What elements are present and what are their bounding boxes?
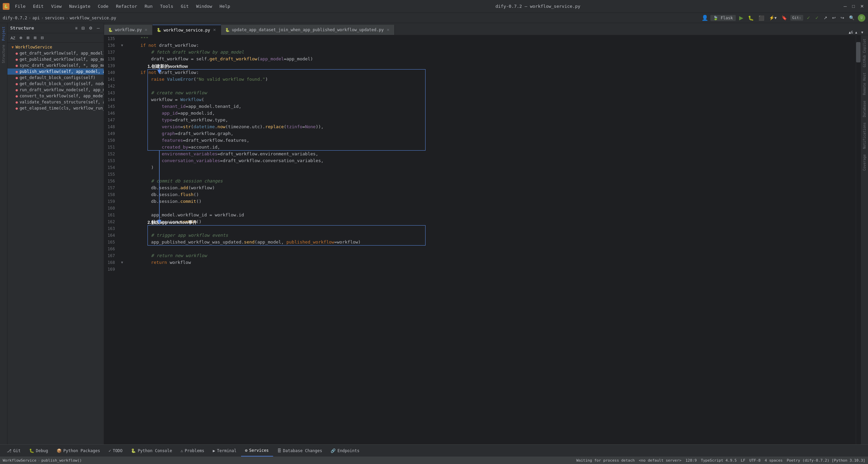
- right-icon-database[interactable]: Database: [862, 99, 867, 119]
- bottom-tab-python-console[interactable]: 🐍 Python Console: [127, 445, 176, 457]
- menu-bar[interactable]: File Edit View Navigate Code Refactor Ru…: [12, 2, 234, 10]
- menu-code[interactable]: Code: [95, 2, 112, 10]
- status-encoding[interactable]: UTF-8: [749, 458, 761, 463]
- bottom-tab-services[interactable]: ⚙ Services: [241, 445, 273, 457]
- bookmark-button[interactable]: 🔖: [780, 15, 788, 21]
- scrollbar-thumb[interactable]: [856, 42, 861, 62]
- breadcrumb-file[interactable]: workflow_service.py: [70, 16, 116, 20]
- undo-button[interactable]: ↩: [831, 15, 837, 21]
- menu-edit[interactable]: Edit: [29, 2, 47, 10]
- code-content[interactable]: 1.创建新的workflow 2.触发app workflow事件 """ if…: [127, 35, 856, 444]
- menu-refactor[interactable]: Refactor: [113, 2, 141, 10]
- menu-run[interactable]: Run: [141, 2, 156, 10]
- tab-close-0[interactable]: ✕: [144, 28, 148, 32]
- code-token: # trigger app workflow events: [130, 232, 228, 239]
- account-icon[interactable]: 👤: [702, 15, 708, 21]
- bottom-tab-todo[interactable]: ✓ TODO: [104, 445, 127, 457]
- filter-button[interactable]: ⊟: [80, 25, 86, 31]
- menu-window[interactable]: Window: [193, 2, 216, 10]
- sort-button[interactable]: ≡: [74, 25, 79, 31]
- warnings-down[interactable]: ▼: [859, 30, 865, 35]
- collapse-all-button[interactable]: ⊟: [39, 35, 45, 41]
- tree-item-8[interactable]: ● validate_features_structure(self, app_…: [7, 99, 104, 105]
- sort-az-button[interactable]: AZ: [9, 35, 17, 41]
- right-icon-coverage[interactable]: Coverage: [862, 152, 867, 173]
- tree-item-0[interactable]: ● get_draft_workflow(self, app_model): [7, 50, 104, 56]
- git-check[interactable]: ✓: [805, 15, 812, 21]
- activity-project[interactable]: Project: [1, 24, 6, 43]
- bottom-tab-git[interactable]: ⎇ Git: [3, 445, 25, 457]
- bottom-tab-db-changes[interactable]: 🗄 Database Changes: [273, 445, 327, 457]
- status-default-server[interactable]: <no default server>: [639, 458, 682, 463]
- tree-item-3[interactable]: ● publish_workflow(self, app_model, acco…: [7, 69, 104, 75]
- fold-136[interactable]: ▼: [121, 42, 127, 49]
- menu-git[interactable]: Git: [177, 2, 192, 10]
- tree-item-7[interactable]: ● convert_to_workflow(self, app_model, a…: [7, 93, 104, 99]
- run-config-label[interactable]: 🍃 Flask: [710, 15, 735, 21]
- tab-workflow-py[interactable]: 🐍 workflow.py ✕: [104, 25, 153, 35]
- show-inherited-button[interactable]: ⊕: [18, 35, 24, 41]
- fold-146: [121, 110, 127, 117]
- minimize-button[interactable]: ─: [842, 3, 848, 9]
- bottom-tab-problems[interactable]: ⚠ Problems: [176, 445, 209, 457]
- tree-root-workflow-service[interactable]: ▼ WorkflowService: [7, 44, 104, 50]
- settings-icon[interactable]: ⚙: [87, 25, 94, 31]
- tree-item-5[interactable]: ● get_default_block_config(self, node_ty…: [7, 81, 104, 87]
- status-lf[interactable]: LF: [741, 458, 745, 463]
- status-breadcrumb-method[interactable]: publish_workflow(): [41, 458, 82, 463]
- code-editor[interactable]: 135 136 137 138 139 140 141 142 143 144 …: [104, 35, 861, 444]
- search-button[interactable]: 🔍: [848, 15, 856, 21]
- status-breadcrumb-workflowservice[interactable]: WorkflowService: [3, 458, 36, 463]
- window-controls[interactable]: ─ □ ✕: [842, 3, 865, 9]
- stop-button[interactable]: ⬛: [757, 15, 766, 21]
- menu-help[interactable]: Help: [216, 2, 234, 10]
- tree-item-6[interactable]: ● run_draft_workflow_node(self, app_mode: [7, 87, 104, 93]
- breadcrumb-api[interactable]: api: [32, 16, 40, 20]
- fold-168[interactable]: ▼: [121, 259, 127, 266]
- user-avatar[interactable]: U: [858, 14, 865, 22]
- show-fields-button[interactable]: ⊞: [25, 35, 31, 41]
- activity-structure[interactable]: Structure: [1, 43, 6, 65]
- bottom-tab-terminal[interactable]: ▶ Terminal: [209, 445, 241, 457]
- close-button[interactable]: ✕: [859, 3, 865, 9]
- bottom-tab-endpoints[interactable]: 🔗 Endpoints: [327, 445, 364, 457]
- right-icon-notifications[interactable]: Notifications: [862, 120, 867, 151]
- menu-view[interactable]: View: [48, 2, 65, 10]
- bottom-tab-debug[interactable]: 🐛 Debug: [25, 445, 53, 457]
- maximize-button[interactable]: □: [851, 3, 856, 9]
- debug-button[interactable]: 🐛: [747, 15, 755, 21]
- code-token: created_by: [130, 144, 188, 151]
- tab-workflow-service-py[interactable]: 🐍 workflow_service.py ✕: [153, 25, 221, 35]
- run-button[interactable]: ▶: [738, 14, 745, 22]
- structure-panel-title: Structure: [10, 25, 72, 31]
- tab-close-2[interactable]: ✕: [386, 28, 390, 32]
- code-token: version: [130, 123, 180, 130]
- editor-scrollbar[interactable]: [856, 35, 861, 444]
- menu-tools[interactable]: Tools: [157, 2, 177, 10]
- breadcrumb-root[interactable]: dify-0.7.2: [3, 16, 27, 20]
- status-typescript[interactable]: TypeScript 4.9.5: [701, 458, 737, 463]
- right-icon-github-copilot[interactable]: GitHub Copilot: [862, 37, 867, 69]
- menu-navigate[interactable]: Navigate: [66, 2, 94, 10]
- tab-update-app[interactable]: 🐍 update_app_dataset_join_when_app_publi…: [221, 25, 395, 35]
- git-check2[interactable]: ✓: [814, 15, 820, 21]
- right-icon-remote-host[interactable]: Remote Host: [862, 71, 867, 97]
- status-indent[interactable]: 4 spaces: [765, 458, 783, 463]
- expand-all-button[interactable]: ⊞: [32, 35, 38, 41]
- menu-file[interactable]: File: [12, 2, 29, 10]
- redo-button[interactable]: ↪: [839, 15, 846, 21]
- status-position[interactable]: 128:9: [686, 458, 697, 463]
- tree-item-2[interactable]: ● sync_draft_workflow(self, *, app_model…: [7, 62, 104, 69]
- tree-item-9[interactable]: ● get_elapsed_time(cls, workflow_run_id): [7, 105, 104, 111]
- breadcrumb-services[interactable]: services: [45, 16, 64, 20]
- warnings-up[interactable]: ▲: [853, 30, 859, 35]
- tree-item-4[interactable]: ● get_default_block_configs(self): [7, 75, 104, 81]
- more-run-options[interactable]: ⚡▾: [768, 15, 778, 21]
- tree-item-1[interactable]: ● get_published_workflow(self, app_mode: [7, 56, 104, 62]
- tab-close-1[interactable]: ✕: [212, 28, 217, 32]
- status-python[interactable]: Poetry (dify-0.7.2) [Python 3.10.3]: [787, 458, 865, 463]
- close-panel-button[interactable]: ─: [95, 25, 101, 31]
- ln-150: 150: [104, 137, 118, 144]
- git-push[interactable]: ↗: [822, 15, 829, 21]
- bottom-tab-python-packages[interactable]: 📦 Python Packages: [53, 445, 104, 457]
